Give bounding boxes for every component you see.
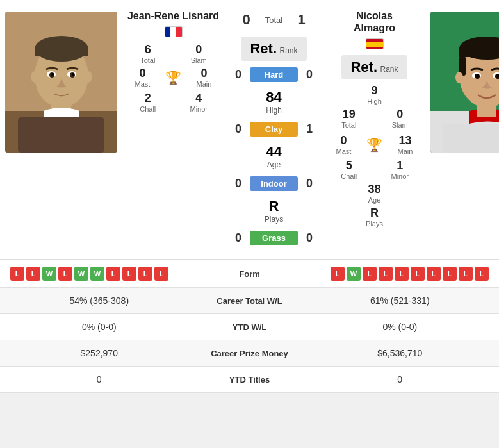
form-badge: L bbox=[459, 267, 473, 281]
left-rank-box: Ret. Rank bbox=[241, 37, 306, 61]
form-badge: L bbox=[58, 267, 72, 281]
hard-score-left: 0 bbox=[232, 68, 245, 81]
titles-label: YTD Titles bbox=[186, 375, 314, 385]
right-rank-box: Ret. Rank bbox=[341, 55, 407, 79]
center-plays-stat: R Plays bbox=[265, 195, 283, 226]
clay-score-row: 0 Clay 1 bbox=[232, 122, 316, 137]
form-badge: L bbox=[26, 267, 40, 281]
hard-score-right: 0 bbox=[303, 68, 316, 81]
left-player-flag bbox=[165, 26, 183, 37]
left-player-stats: Jean-Rene Lisnard 6 Total 0 Slam bbox=[117, 6, 229, 253]
total-label: Total bbox=[258, 15, 290, 25]
right-player-flag bbox=[366, 38, 384, 49]
right-total-stat: 19 Total bbox=[331, 108, 366, 129]
main-container: Jean-Rene Lisnard 6 Total 0 Slam bbox=[0, 0, 499, 393]
form-badge: L bbox=[10, 267, 24, 281]
hard-badge: Hard bbox=[250, 67, 298, 82]
right-slam-stat: 0 Slam bbox=[382, 108, 418, 129]
svg-rect-14 bbox=[18, 117, 104, 153]
right-mast-stat: 0 Mast bbox=[326, 134, 361, 155]
bottom-section: LLWLWWLLLL Form LWLLLLLLLL 54% (365-308)… bbox=[0, 259, 499, 393]
clay-score-right: 1 bbox=[303, 122, 316, 136]
form-badge: W bbox=[347, 267, 361, 281]
form-badge: L bbox=[443, 267, 457, 281]
form-label: Form bbox=[224, 269, 275, 279]
right-age-stat: 38 Age bbox=[323, 183, 425, 204]
form-badge: W bbox=[90, 267, 104, 281]
right-chall-stat: 5 Chall bbox=[331, 159, 366, 180]
form-badge: L bbox=[122, 267, 136, 281]
right-player-stats: NicolasAlmagro Ret. Rank 9 High bbox=[318, 6, 430, 253]
career-wl-right: 61% (521-331) bbox=[314, 295, 487, 306]
svg-point-29 bbox=[455, 72, 463, 83]
left-mast-stat: 0 Mast bbox=[125, 67, 160, 88]
top-section: Jean-Rene Lisnard 6 Total 0 Slam bbox=[0, 0, 499, 259]
form-badge: W bbox=[74, 267, 88, 281]
right-plays-stat: R Plays bbox=[323, 206, 425, 228]
hard-score-row: 0 Hard 0 bbox=[232, 67, 316, 82]
grass-score-row: 0 Grass 0 bbox=[232, 231, 316, 245]
ytd-wl-left: 0% (0-0) bbox=[13, 322, 186, 332]
total-score-row: 0 Total 1 bbox=[240, 12, 308, 28]
clay-badge: Clay bbox=[250, 122, 298, 137]
left-minor-stat: 4 Minor bbox=[181, 92, 217, 113]
indoor-score-right: 0 bbox=[303, 177, 316, 190]
right-player-photo bbox=[430, 12, 499, 153]
grass-score-right: 0 bbox=[303, 231, 316, 245]
right-form-badges: LWLLLLLLLL bbox=[275, 267, 489, 281]
rank-row: Ret. Rank bbox=[232, 33, 316, 64]
form-badge: L bbox=[154, 267, 168, 281]
svg-point-11 bbox=[72, 73, 74, 76]
prize-right: $6,536,710 bbox=[314, 348, 487, 358]
left-main-stat: 0 Main bbox=[186, 67, 222, 88]
svg-point-27 bbox=[477, 74, 479, 77]
titles-right: 0 bbox=[314, 374, 487, 385]
indoor-score-left: 0 bbox=[232, 177, 245, 190]
center-age-stat: 44 Age bbox=[266, 141, 281, 172]
ytd-wl-row: 0% (0-0) YTD W/L 0% (0-0) bbox=[0, 314, 499, 340]
grass-score-left: 0 bbox=[232, 231, 245, 245]
form-badge: W bbox=[42, 267, 56, 281]
left-trophy-icon: 🏆 bbox=[165, 70, 181, 85]
form-badge: L bbox=[106, 267, 120, 281]
right-trophy-icon: 🏆 bbox=[366, 137, 382, 153]
ytd-wl-right: 0% (0-0) bbox=[314, 322, 487, 332]
svg-point-12 bbox=[31, 71, 38, 83]
left-slam-stat: 0 Slam bbox=[181, 43, 217, 64]
form-badge: L bbox=[475, 267, 489, 281]
indoor-badge: Indoor bbox=[250, 176, 298, 191]
career-wl-label: Career Total W/L bbox=[186, 296, 314, 306]
indoor-score-row: 0 Indoor 0 bbox=[232, 176, 316, 191]
form-badge: L bbox=[411, 267, 425, 281]
left-form-badges: LLWLWWLLLL bbox=[10, 267, 224, 281]
titles-row: 0 YTD Titles 0 bbox=[0, 367, 499, 393]
ytd-wl-label: YTD W/L bbox=[186, 322, 314, 332]
right-player-face-svg bbox=[430, 12, 499, 153]
center-high-stat: 84 High bbox=[266, 87, 282, 117]
svg-rect-20 bbox=[459, 48, 499, 57]
left-chall-stat: 2 Chall bbox=[130, 92, 165, 113]
form-row: LLWLWWLLLL Form LWLLLLLLLL bbox=[0, 260, 499, 288]
form-badge: L bbox=[331, 267, 345, 281]
form-badge: L bbox=[138, 267, 152, 281]
left-player-name: Jean-Rene Lisnard bbox=[127, 10, 219, 22]
form-badge: L bbox=[427, 267, 441, 281]
prize-row: $252,970 Career Prize Money $6,536,710 bbox=[0, 340, 499, 367]
prize-left: $252,970 bbox=[13, 348, 186, 358]
clay-score-left: 0 bbox=[232, 122, 245, 136]
titles-left: 0 bbox=[13, 374, 186, 385]
right-minor-stat: 1 Minor bbox=[382, 159, 418, 180]
svg-rect-5 bbox=[35, 49, 88, 56]
center-panel: 0 Total 1 Ret. Rank 0 Hard 0 84 High bbox=[229, 6, 318, 253]
career-wl-left: 54% (365-308) bbox=[13, 295, 186, 306]
prize-label: Career Prize Money bbox=[186, 349, 314, 358]
right-high-stat: 9 High bbox=[357, 84, 392, 105]
grass-badge: Grass bbox=[250, 231, 298, 245]
svg-point-10 bbox=[51, 73, 54, 76]
left-player-photo bbox=[5, 12, 117, 153]
svg-point-13 bbox=[85, 71, 92, 83]
svg-rect-31 bbox=[443, 124, 499, 153]
right-player-name: NicolasAlmagro bbox=[354, 10, 395, 34]
career-wl-row: 54% (365-308) Career Total W/L 61% (521-… bbox=[0, 288, 499, 314]
total-score-left: 0 bbox=[240, 12, 253, 28]
